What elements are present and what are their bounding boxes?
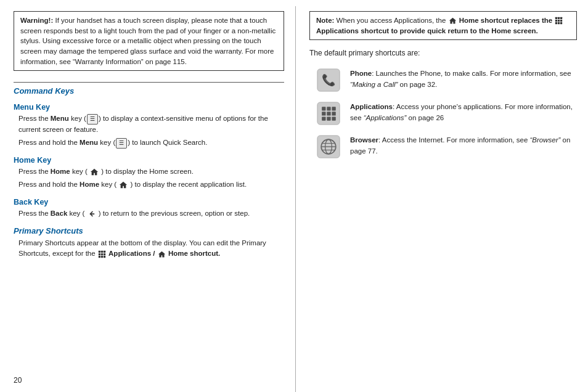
phone-icon: 📞 [316, 67, 341, 93]
svg-rect-17 [560, 22, 562, 24]
home-icon-inline [158, 250, 166, 258]
svg-rect-10 [558, 17, 560, 19]
back-icon-key [88, 210, 96, 218]
note-box: Note: When you access Applications, the … [309, 11, 577, 40]
svg-rect-25 [327, 112, 330, 116]
phone-shortcut-text: Phone: Launches the Phone, to make calls… [350, 67, 577, 90]
shortcut-item-applications: Applications: Access your phone’s applic… [316, 100, 577, 126]
svg-rect-5 [104, 253, 105, 255]
primary-shortcuts-desc: Primary Shortcuts appear at the bottom o… [14, 238, 284, 259]
note-home-icon [449, 17, 457, 25]
applications-shortcut-text: Applications: Access your phone’s applic… [350, 100, 577, 123]
svg-rect-9 [555, 17, 557, 19]
svg-rect-22 [327, 107, 330, 110]
back-key-heading: Back Key [14, 198, 284, 206]
svg-rect-26 [332, 112, 335, 116]
browser-shortcut-text: Browser: Access the Internet. For more i… [350, 134, 577, 157]
svg-rect-28 [327, 117, 330, 121]
warning-label: Warning!: [20, 17, 53, 24]
applications-icon [316, 100, 341, 126]
note-label: Note: [316, 17, 334, 24]
svg-rect-0 [99, 250, 100, 252]
svg-rect-6 [99, 255, 100, 257]
svg-rect-14 [560, 20, 562, 22]
shortcut-items: 📞 Phone: Launches the Phone, to make cal… [309, 67, 577, 160]
browser-icon [316, 134, 341, 160]
menu-key-icon: ☰ [87, 114, 98, 125]
home-icon-key [90, 168, 99, 176]
svg-rect-13 [558, 20, 560, 22]
shortcut-item-browser: Browser: Access the Internet. For more i… [316, 134, 577, 160]
svg-rect-4 [101, 253, 103, 255]
home-key-heading: Home Key [14, 156, 284, 165]
home-key-line2: Press and hold the Home key ( ) to displ… [14, 179, 284, 190]
back-key-line1: Press the Back key ( ) to return to the … [14, 208, 284, 219]
svg-rect-29 [332, 117, 335, 121]
svg-rect-1 [101, 250, 103, 252]
svg-rect-3 [99, 253, 100, 255]
svg-rect-7 [101, 255, 103, 257]
section-divider [14, 82, 284, 83]
apps-icon-inline [98, 250, 106, 258]
svg-rect-8 [104, 255, 105, 257]
command-keys-title: Command Keys [14, 86, 284, 96]
primary-shortcuts-title: Primary Shortcuts [14, 226, 284, 235]
svg-rect-23 [332, 107, 335, 110]
home-key-line1: Press the Home key ( ) to display the Ho… [14, 166, 284, 177]
menu-key-heading: Menu Key [14, 103, 284, 112]
right-column: Note: When you access Applications, the … [296, 6, 588, 392]
warning-box: Warning!: If your handset has a touch sc… [14, 11, 284, 71]
svg-rect-15 [555, 22, 557, 24]
default-shortcuts-text: The default primary shortcuts are: [309, 47, 577, 59]
svg-rect-21 [322, 107, 325, 110]
menu-key-line1: Press the Menu key (☰) to display a cont… [14, 113, 284, 135]
svg-rect-27 [322, 117, 325, 121]
svg-rect-11 [560, 17, 562, 19]
svg-rect-24 [322, 112, 325, 116]
svg-rect-12 [555, 20, 557, 22]
left-column: Warning!: If your handset has a touch sc… [0, 6, 296, 392]
warning-text: If your handset has a touch screen displ… [20, 17, 276, 65]
home-icon-key-2 [119, 181, 128, 189]
note-apps-icon [555, 17, 563, 25]
shortcut-item-phone: 📞 Phone: Launches the Phone, to make cal… [316, 67, 577, 93]
menu-key-icon-2: ☰ [116, 138, 127, 149]
svg-rect-16 [558, 22, 560, 24]
page-number: 20 [14, 372, 284, 387]
svg-text:📞: 📞 [322, 74, 336, 88]
menu-key-line2: Press and hold the Menu key (☰) to launc… [14, 137, 284, 149]
svg-rect-2 [104, 250, 105, 252]
